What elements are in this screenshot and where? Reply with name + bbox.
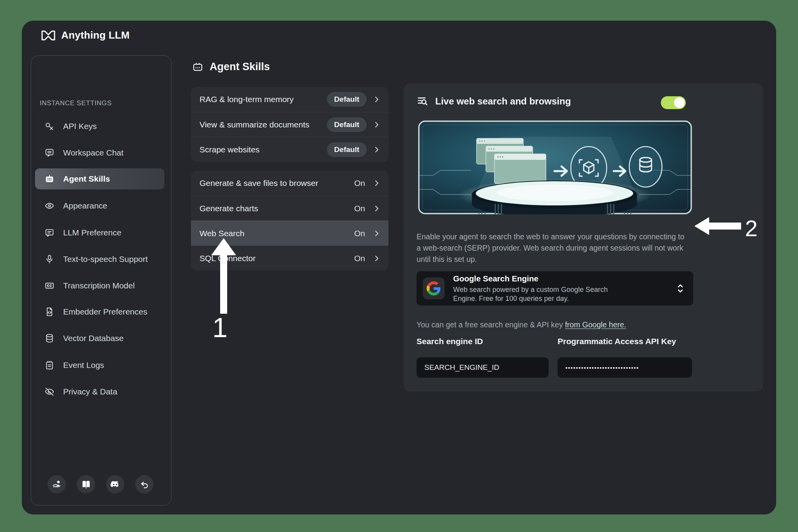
back-button[interactable] (135, 475, 154, 493)
docs-button[interactable] (77, 475, 95, 493)
skill-row-rag-memory[interactable]: RAG & long-term memory Default (191, 87, 388, 112)
on-status: On (354, 179, 367, 188)
sidebar-item-label: Workspace Chat (63, 148, 124, 157)
sidebar-item-llm-preference[interactable]: LLM Preference (35, 222, 164, 243)
toggle-knob (674, 97, 685, 108)
on-status: On (354, 254, 367, 263)
page-title: Agent Skills (192, 61, 270, 73)
skill-label: View & summarize documents (200, 120, 327, 129)
sidebar-item-workspace-chat[interactable]: Workspace Chat (35, 142, 164, 163)
skill-label: Generate charts (200, 204, 354, 213)
default-skills-group: RAG & long-term memory Default View & su… (191, 87, 388, 162)
skill-label: Scrape websites (200, 145, 327, 154)
anythingllm-logo-icon (41, 30, 56, 41)
sidebar-item-label: Text-to-speech Support (63, 255, 148, 264)
sidebar-item-privacy-data[interactable]: Privacy & Data (35, 381, 164, 402)
chevron-right-icon (373, 121, 381, 129)
chevron-right-icon (373, 255, 381, 262)
skill-label: RAG & long-term memory (200, 95, 327, 104)
chat-bubble-icon (44, 148, 55, 158)
provider-name: Google Search Engine (453, 274, 676, 283)
skill-row-generate-save-files[interactable]: Generate & save files to browser On (191, 171, 388, 196)
robot-icon (44, 174, 55, 184)
annotation-step-2: 2 (745, 215, 757, 241)
help-text-prefix: You can get a free search engine & API k… (417, 320, 565, 329)
database-icon (44, 333, 55, 343)
sidebar-item-label: Embedder Preferences (63, 307, 147, 316)
annotation-step-1: 1 (212, 312, 228, 343)
robot-outline-icon (192, 61, 204, 73)
file-code-icon (44, 307, 55, 317)
sidebar-item-api-keys[interactable]: API Keys (35, 116, 164, 137)
chevron-right-icon (373, 179, 381, 187)
eye-icon (44, 201, 55, 211)
sidebar-item-label: Agent Skills (63, 174, 110, 184)
app-logo: Anything LLM (41, 29, 130, 41)
panel-header: Live web search and browsing (417, 95, 571, 108)
web-search-illustration (418, 120, 692, 214)
select-caret-icon (676, 283, 685, 294)
chat-lines-icon (44, 228, 55, 238)
on-status: On (354, 229, 367, 238)
sidebar-item-transcription-model[interactable]: Transcription Model (35, 275, 164, 296)
google-icon (427, 281, 441, 295)
help-text: You can get a free search engine & API k… (417, 320, 626, 329)
undo-arrow-icon (139, 479, 150, 490)
key-icon (44, 121, 55, 131)
microphone-icon (44, 254, 55, 264)
eye-off-icon (44, 387, 55, 397)
google-setup-link[interactable]: from Google here. (565, 320, 626, 329)
sidebar-item-label: Appearance (63, 201, 107, 210)
chevron-right-icon (373, 230, 381, 237)
sidebar-header: INSTANCE SETTINGS (40, 99, 112, 107)
settings-sidebar: INSTANCE SETTINGS API Keys Workspace Cha… (31, 55, 171, 505)
skill-row-scrape-websites[interactable]: Scrape websites Default (191, 137, 388, 162)
app-title: Anything LLM (61, 29, 130, 41)
provider-description: Web search powered by a custom Google Se… (453, 285, 629, 303)
google-logo-box (423, 277, 445, 299)
chevron-right-icon (373, 205, 381, 212)
search-engine-id-input[interactable] (417, 357, 549, 378)
sidebar-item-vector-database[interactable]: Vector Database (35, 328, 164, 349)
web-search-settings-panel: Live web search and browsing (404, 83, 763, 391)
page-title-text: Agent Skills (210, 61, 270, 73)
notepad-icon (44, 360, 55, 370)
web-search-toggle[interactable] (661, 96, 686, 109)
sidebar-footer (48, 475, 154, 493)
captions-icon (44, 281, 55, 291)
sidebar-item-label: API Keys (63, 122, 97, 131)
provider-text: Google Search Engine Web search powered … (453, 274, 676, 303)
discord-icon (110, 479, 120, 490)
default-badge: Default (327, 142, 367, 157)
hand-coin-icon (52, 479, 62, 490)
sidebar-item-embedder-preferences[interactable]: Embedder Preferences (35, 301, 164, 322)
sidebar-item-label: LLM Preference (63, 228, 121, 237)
sidebar-item-appearance[interactable]: Appearance (35, 195, 164, 216)
sidebar-item-event-logs[interactable]: Event Logs (35, 355, 164, 376)
search-engine-id-label: Search engine ID (417, 337, 483, 346)
default-badge: Default (327, 92, 367, 107)
default-badge: Default (327, 117, 367, 132)
sidebar-item-tts-support[interactable]: Text-to-speech Support (35, 249, 164, 270)
sidebar-item-label: Transcription Model (63, 281, 135, 290)
discord-button[interactable] (106, 475, 124, 493)
on-status: On (354, 204, 367, 213)
sidebar-item-agent-skills[interactable]: Agent Skills (35, 168, 164, 189)
panel-title: Live web search and browsing (435, 96, 571, 107)
chevron-right-icon (373, 95, 381, 103)
list-search-icon (417, 95, 429, 108)
panel-description: Enable your agent to search the web to a… (417, 231, 689, 265)
skill-label: Generate & save files to browser (200, 179, 354, 188)
sidebar-item-label: Vector Database (63, 334, 124, 343)
skill-row-sql-connector[interactable]: SQL Connector On (191, 246, 388, 270)
skill-row-generate-charts[interactable]: Generate charts On (191, 196, 388, 221)
configurable-skills-group: Generate & save files to browser On Gene… (191, 171, 388, 270)
desktop-background: Anything LLM INSTANCE SETTINGS API Keys … (0, 0, 798, 532)
anythingllm-window: Anything LLM INSTANCE SETTINGS API Keys … (22, 21, 776, 514)
serp-provider-select[interactable]: Google Search Engine Web search powered … (417, 271, 693, 306)
open-book-icon (81, 479, 91, 490)
skill-row-web-search[interactable]: Web Search On (191, 221, 388, 246)
skill-row-view-summarize[interactable]: View & summarize documents Default (191, 112, 388, 137)
api-key-input[interactable] (558, 357, 692, 378)
support-button[interactable] (48, 475, 66, 493)
